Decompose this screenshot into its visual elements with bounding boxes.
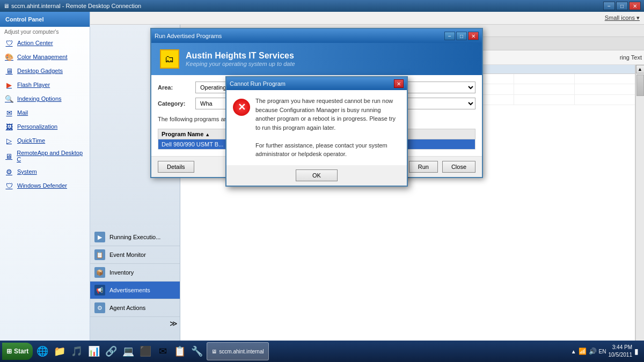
sort-arrow-icon: ▲ bbox=[205, 132, 210, 137]
flash-player-icon: ▶ bbox=[4, 80, 14, 90]
sidebar-label-windows-defender: Windows Defender bbox=[17, 182, 67, 189]
sidebar-item-desktop-gadgets[interactable]: 🖥 Desktop Gadgets bbox=[0, 64, 90, 78]
network-tray-icon[interactable]: 📶 bbox=[579, 348, 587, 355]
start-label: Start bbox=[14, 348, 28, 355]
close-button[interactable]: ✕ bbox=[629, 2, 641, 10]
sidebar-label-quicktime: QuickTime bbox=[17, 137, 45, 144]
sccm-nav-inventory-actions[interactable]: 📦 Inventory bbox=[90, 264, 180, 282]
ring-text: ring Text bbox=[620, 54, 642, 61]
watermark: windows-noob.com bbox=[281, 327, 363, 338]
minimize-button[interactable]: − bbox=[603, 2, 615, 10]
desktop-gadgets-icon: 🖥 bbox=[4, 66, 14, 76]
color-management-icon: 🎨 bbox=[4, 52, 14, 62]
error-title: Cannot Run Program bbox=[230, 80, 286, 87]
indexing-options-icon: 🔍 bbox=[4, 94, 14, 104]
small-icons-button[interactable]: Small icons ▾ bbox=[605, 14, 640, 21]
rap-window-controls: − □ ✕ bbox=[444, 32, 479, 40]
rap-close-button[interactable]: ✕ bbox=[468, 32, 479, 40]
run-button[interactable]: Run bbox=[409, 161, 438, 173]
expand-icon[interactable]: ≫ bbox=[170, 319, 178, 328]
title-bar-text: sccm.ahint.internal - Remote Desktop Con… bbox=[11, 3, 141, 9]
sidebar-item-action-center[interactable]: 🛡 Action Center bbox=[0, 36, 90, 50]
slot-20-7 bbox=[575, 95, 635, 105]
sccm-nav-label-running-executions: Running Executio... bbox=[109, 234, 160, 240]
sidebar-label-desktop-gadgets: Desktop Gadgets bbox=[17, 68, 63, 74]
taskbar: ⊞ Start 🌐 📁 🎵 📊 🔗 💻 ⬛ ✉ 📋 🔧 🖥 sccm.ahint… bbox=[0, 341, 644, 362]
sidebar-item-color-management[interactable]: 🎨 Color Management bbox=[0, 50, 90, 64]
taskbar-computer-icon[interactable]: 💻 bbox=[121, 344, 136, 359]
sidebar-header: Control Panel bbox=[0, 12, 90, 27]
error-icon: ✕ bbox=[233, 99, 250, 116]
maximize-button[interactable]: □ bbox=[616, 2, 628, 10]
taskbar-ie-icon[interactable]: 🌐 bbox=[35, 344, 50, 359]
sidebar-item-flash-player[interactable]: ▶ Flash Player bbox=[0, 78, 90, 92]
sccm-nav-event-monitor[interactable]: 📋 Event Monitor bbox=[90, 246, 180, 264]
sccm-nav-advertisements[interactable]: 📢 Advertisements bbox=[90, 282, 180, 299]
sidebar-item-mail[interactable]: ✉ Mail bbox=[0, 106, 90, 120]
system-clock[interactable]: 3:44 PM 10/5/2011 bbox=[609, 344, 633, 359]
sidebar-label-flash-player: Flash Player bbox=[17, 82, 50, 88]
slot-19-6 bbox=[514, 84, 574, 94]
sidebar-item-system[interactable]: ⚙ System bbox=[0, 165, 90, 179]
slot-20-6 bbox=[514, 95, 574, 105]
sccm-nav-agent-actions[interactable]: ⚙ Agent Actions bbox=[90, 299, 180, 317]
taskbar-media-icon[interactable]: 🎵 bbox=[69, 344, 84, 359]
inventory-actions-icon: 📦 bbox=[94, 267, 105, 278]
rap-minimize-button[interactable]: − bbox=[444, 32, 455, 40]
rap-maximize-button[interactable]: □ bbox=[456, 32, 467, 40]
agent-actions-icon: ⚙ bbox=[94, 302, 105, 313]
start-button[interactable]: ⊞ Start bbox=[2, 343, 33, 360]
rap-company-name: Austin Heights IT Services bbox=[186, 51, 295, 61]
title-bar-left: 🖥 sccm.ahint.internal - Remote Desktop C… bbox=[3, 3, 141, 9]
taskbar-rdp-icon: 🖥 bbox=[211, 349, 217, 354]
area-label: Area: bbox=[158, 84, 195, 91]
taskbar-app1-icon[interactable]: 📋 bbox=[172, 344, 187, 359]
rap-header: 🗂 Austin Heights IT Services Keeping you… bbox=[151, 43, 482, 75]
volume-tray-icon[interactable]: 🔊 bbox=[589, 348, 597, 355]
error-message1: The program you have requested cannot be… bbox=[255, 97, 400, 132]
windows-logo-icon: ⊞ bbox=[6, 348, 12, 355]
error-footer: OK bbox=[226, 165, 407, 186]
rap-title: Run Advertised Programs bbox=[155, 33, 222, 39]
taskbar-app2-icon[interactable]: 🔧 bbox=[189, 344, 204, 359]
details-button[interactable]: Details bbox=[158, 161, 194, 173]
show-hidden-icons[interactable]: ▲ bbox=[571, 349, 576, 354]
col-program-name-label: Program Name bbox=[162, 131, 203, 137]
control-panel-sidebar: Control Panel Adjust your computer's 🛡 A… bbox=[0, 12, 90, 362]
event-monitor-icon: 📋 bbox=[94, 249, 105, 260]
sccm-nav-label-agent-actions: Agent Actions bbox=[109, 305, 145, 311]
sccm-nav-label-inventory-actions: Inventory bbox=[109, 269, 134, 276]
scroll-thumb[interactable] bbox=[636, 75, 644, 96]
taskbar-rdp-label: sccm.ahint.internal bbox=[219, 349, 264, 354]
sidebar-item-indexing-options[interactable]: 🔍 Indexing Options bbox=[0, 92, 90, 106]
taskbar-excel-icon[interactable]: 📊 bbox=[86, 344, 101, 359]
show-desktop-button[interactable]: ▮ bbox=[634, 347, 639, 356]
taskbar-network-icon[interactable]: 🔗 bbox=[104, 344, 119, 359]
rap-titlebar: Run Advertised Programs − □ ✕ bbox=[151, 29, 482, 43]
sidebar-item-windows-defender[interactable]: 🛡 Windows Defender bbox=[0, 179, 90, 193]
rap-close-footer-button[interactable]: Close bbox=[442, 161, 475, 173]
sccm-nav-label-event-monitor: Event Monitor bbox=[109, 252, 146, 258]
taskbar-email-icon[interactable]: ✉ bbox=[155, 344, 170, 359]
clock-date: 10/5/2011 bbox=[609, 351, 633, 359]
scrollbar[interactable]: ▲ ▼ bbox=[635, 65, 644, 353]
taskbar-terminal-icon[interactable]: ⬛ bbox=[138, 344, 153, 359]
sidebar-item-personalization[interactable]: 🖼 Personalization bbox=[0, 120, 90, 134]
taskbar-folder-icon[interactable]: 📁 bbox=[52, 344, 67, 359]
ok-button[interactable]: OK bbox=[296, 169, 338, 181]
sidebar-item-quicktime[interactable]: ▷ QuickTime bbox=[0, 134, 90, 147]
scroll-up-button[interactable]: ▲ bbox=[636, 65, 645, 73]
slot-18-7 bbox=[575, 74, 635, 84]
error-close-button[interactable]: ✕ bbox=[394, 79, 404, 88]
error-body: ✕ The program you have requested cannot … bbox=[226, 90, 407, 165]
sccm-nav-running-executions[interactable]: ▶ Running Executio... bbox=[90, 228, 180, 246]
system-icon: ⚙ bbox=[4, 167, 14, 176]
action-center-icon: 🛡 bbox=[4, 38, 14, 48]
sidebar-item-remoteapp[interactable]: 🖥 RemoteApp and Desktop C bbox=[0, 147, 90, 165]
windows-defender-icon: 🛡 bbox=[4, 181, 14, 190]
system-tray: ▲ 📶 🔊 EN 3:44 PM 10/5/2011 ▮ bbox=[568, 344, 642, 359]
advertisements-icon: 📢 bbox=[94, 285, 105, 295]
expand-nav[interactable]: ≫ bbox=[90, 317, 180, 330]
language-indicator: EN bbox=[599, 349, 606, 354]
taskbar-rdp-item[interactable]: 🖥 sccm.ahint.internal bbox=[207, 342, 268, 360]
